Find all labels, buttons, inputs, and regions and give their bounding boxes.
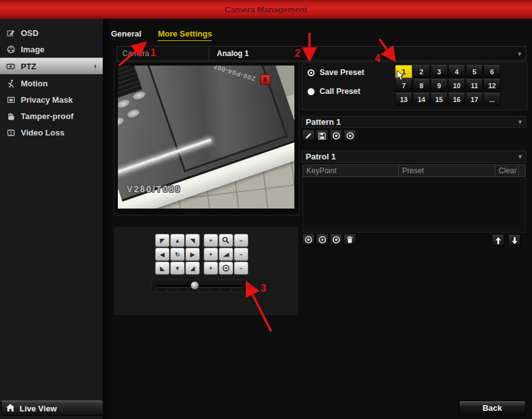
live-view-button[interactable]: Live View [1, 401, 107, 416]
back-button[interactable]: Back [459, 401, 526, 415]
chevron-down-icon: ▾ [518, 50, 521, 58]
patrol-button-delete[interactable] [344, 234, 356, 245]
sidebar-item-image[interactable]: Image [0, 41, 103, 57]
tamper-proof-icon [6, 112, 15, 120]
patrol-button-arrow-up[interactable] [492, 235, 504, 246]
preset-button-3[interactable]: 3 [431, 65, 448, 78]
sidebar-item-label: Tamper-proof [21, 112, 74, 121]
sidebar-item-ptz[interactable]: PTZ› [0, 57, 103, 75]
tab-general[interactable]: General [111, 29, 141, 41]
sidebar-item-privacy-mask[interactable]: Privacy Mask [0, 91, 103, 108]
pattern-select[interactable]: Pattern 1 ▾ [301, 116, 526, 128]
slider-handle[interactable] [190, 281, 199, 290]
ptz-up-button[interactable]: ▲ [170, 234, 185, 247]
patrol-button-arrow-down[interactable] [508, 235, 521, 246]
ptz-nw-button[interactable]: ◤ [155, 234, 170, 247]
ptz-left-button[interactable]: ◀ [155, 248, 170, 261]
patrol-button-play-circle[interactable] [316, 234, 328, 245]
sidebar-item-label: Image [21, 45, 45, 54]
video-preview: Z00-P04-002 V280/T089 [118, 66, 294, 209]
ptz-plus-button[interactable]: + [204, 234, 218, 247]
ptz-sw-button[interactable]: ◣ [155, 261, 170, 275]
patrol-select[interactable]: Patrol 1 ▾ [301, 151, 526, 163]
preset-button-10[interactable]: 10 [448, 79, 465, 92]
preset-button-9[interactable]: 9 [431, 79, 448, 92]
ptz-zoom-button[interactable] [219, 234, 233, 247]
alarm-indicator-icon [260, 74, 270, 85]
ptz-minus-button[interactable]: − [234, 248, 248, 261]
pattern-label: Pattern 1 [306, 117, 341, 127]
preset-button-15[interactable]: 15 [431, 93, 448, 106]
ptz-iris-button[interactable] [219, 261, 233, 275]
preset-panel: Save Preset Call Preset 1234567891011121… [301, 62, 528, 110]
sidebar-separator [1, 400, 101, 401]
preset-button-1[interactable]: 1 [395, 65, 412, 78]
ptz-auto-scan-button[interactable]: ↻ [170, 248, 185, 261]
ptz-minus-button[interactable]: − [234, 234, 248, 247]
preset-button-16[interactable]: 16 [448, 93, 465, 106]
preset-button-12[interactable]: 12 [483, 79, 500, 92]
preset-button-8[interactable]: 8 [413, 79, 430, 92]
preset-button-2[interactable]: 2 [413, 65, 430, 78]
preset-button-more[interactable]: ... [483, 93, 500, 106]
camera-management-window: Camera Management OSDImagePTZ›MotionPriv… [0, 0, 532, 419]
main-content: General More Settings Camera Analog 1 ▾ [108, 19, 532, 419]
preset-button-17[interactable]: 17 [466, 93, 483, 106]
sidebar-item-osd[interactable]: OSD [0, 25, 103, 41]
camera-select[interactable]: Camera Analog 1 ▾ [117, 46, 526, 61]
sidebar-item-motion[interactable]: Motion [0, 75, 103, 91]
back-button-label: Back [482, 403, 502, 413]
patrol-button-stop-circle[interactable] [330, 234, 342, 245]
ptz-ne-button[interactable]: ◥ [185, 234, 200, 247]
ptz-plus-button[interactable]: + [204, 248, 218, 261]
pattern-button-save[interactable] [316, 130, 328, 141]
preset-button-7[interactable]: 7 [395, 79, 412, 92]
save-preset-radio[interactable] [308, 69, 315, 76]
pattern-button-record-circle[interactable] [330, 130, 342, 141]
preset-button-13[interactable]: 13 [395, 93, 412, 106]
call-preset-option[interactable]: Call Preset [308, 87, 361, 96]
home-icon [6, 404, 14, 413]
preset-button-14[interactable]: 14 [413, 93, 430, 106]
preset-button-11[interactable]: 11 [466, 79, 483, 92]
save-preset-label: Save Preset [320, 68, 364, 77]
ptz-minus-button[interactable]: − [234, 261, 248, 275]
call-preset-label: Call Preset [320, 87, 361, 96]
sidebar-item-label: Privacy Mask [21, 95, 72, 105]
preview-machine-button [118, 98, 130, 109]
arrow-down-icon [511, 237, 518, 244]
preview-machine-button [118, 117, 125, 127]
sidebar-menu: OSDImagePTZ›MotionPrivacy MaskTamper-pro… [0, 25, 103, 141]
preset-button-6[interactable]: 6 [483, 65, 500, 78]
pattern-button-pencil[interactable] [302, 130, 315, 141]
preset-number-grid: 1234567891011121314151617... [395, 65, 502, 106]
window-title: Camera Management [225, 5, 308, 14]
pattern-button-stop-circle[interactable] [344, 130, 356, 141]
ptz-down-button[interactable]: ▼ [170, 261, 185, 275]
save-preset-option[interactable]: Save Preset [308, 68, 364, 77]
tab-bar: General More Settings [111, 29, 212, 41]
tab-more-settings[interactable]: More Settings [158, 29, 212, 41]
sidebar: OSDImagePTZ›MotionPrivacy MaskTamper-pro… [0, 19, 103, 419]
sidebar-item-label: PTZ [21, 62, 37, 71]
sidebar-item-tamper-proof[interactable]: Tamper-proof [0, 108, 103, 124]
camera-value: Analog 1 [217, 49, 249, 58]
stop-circle-icon [346, 132, 354, 140]
ptz-focus-button[interactable] [219, 248, 233, 261]
stop-circle-icon [332, 236, 340, 244]
patrol-button-record-circle[interactable] [302, 234, 315, 245]
preview-osd-text: V280/T089 [127, 184, 182, 194]
record-circle-icon [304, 236, 313, 244]
ptz-right-button[interactable]: ▶ [185, 248, 200, 261]
ptz-plus-button[interactable]: + [204, 261, 218, 275]
ptz-speed-slider[interactable] [151, 280, 248, 292]
preset-button-4[interactable]: 4 [448, 65, 465, 78]
call-preset-radio[interactable] [308, 88, 315, 95]
video-preview-frame: Z00-P04-002 V280/T089 [114, 62, 299, 215]
ptz-control-pad: ◤▲◥+−◀↻▶+−◣▼◢+− [155, 234, 249, 275]
sidebar-item-video-loss[interactable]: Video Loss [0, 124, 103, 141]
record-circle-icon [332, 132, 340, 140]
preset-button-5[interactable]: 5 [466, 65, 483, 78]
ptz-se-button[interactable]: ◢ [185, 261, 200, 275]
patrol-toolbar [302, 234, 356, 245]
